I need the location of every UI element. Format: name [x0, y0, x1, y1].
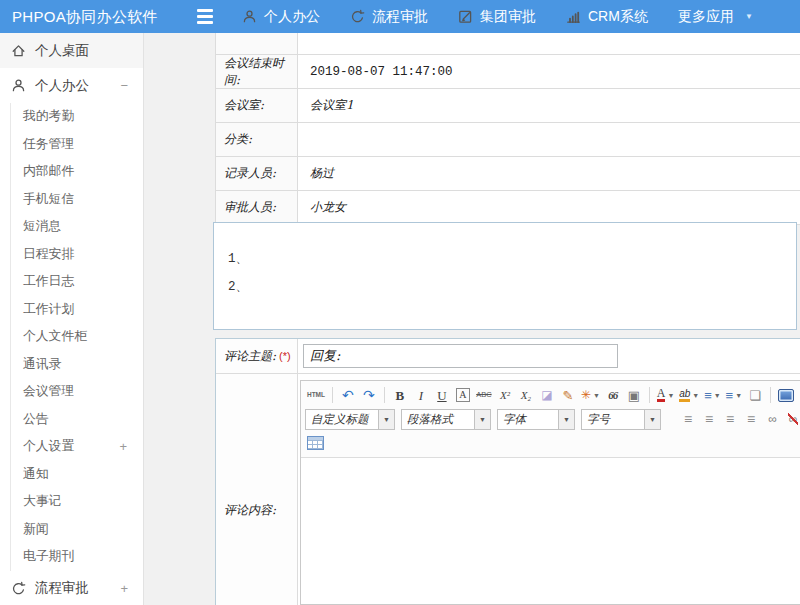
superscript-button[interactable]: X² — [495, 385, 515, 405]
insert-table-button[interactable] — [305, 433, 326, 453]
toggle-collapse-icon[interactable]: − — [120, 78, 128, 93]
toggle-expand-icon[interactable]: + — [119, 439, 127, 454]
sidebar-item-work-log[interactable]: 工作日志 — [11, 268, 143, 296]
nav-workflow-approval[interactable]: 流程审批 — [350, 8, 428, 26]
comment-subject-input[interactable] — [303, 344, 618, 368]
form-value-cell — [298, 33, 800, 54]
sidebar-item-contacts[interactable]: 通讯录 — [11, 351, 143, 379]
sidebar-item-label: 任务管理 — [23, 136, 74, 153]
italic-button[interactable]: I — [411, 385, 431, 405]
font-color-button[interactable]: A▼ — [655, 385, 676, 405]
sidebar-item-my-attendance[interactable]: 我的考勤 — [11, 103, 143, 131]
highlight-color-icon: ab — [679, 388, 690, 402]
justify-button[interactable]: ≡ — [741, 409, 761, 429]
sidebar-item-personal-desktop[interactable]: 个人桌面 — [0, 33, 143, 68]
redo-button[interactable]: ↷ — [359, 385, 379, 405]
font-color-icon: A — [657, 388, 666, 402]
sidebar-item-meeting-management[interactable]: 会议管理 — [11, 378, 143, 406]
paste-text-button[interactable]: ▣ — [624, 385, 644, 405]
notes-line: 2、 — [214, 273, 796, 301]
new-document-icon: ❏ — [749, 389, 761, 402]
sidebar-item-label: 流程审批 — [35, 579, 89, 597]
sidebar-item-major-events[interactable]: 大事记 — [11, 488, 143, 516]
form-value-cell — [298, 123, 800, 156]
chevron-down-icon: ▼ — [714, 392, 721, 399]
remove-link-button[interactable]: ∞ — [783, 409, 800, 429]
editor-content-area[interactable] — [301, 458, 800, 604]
sidebar-item-personal-office[interactable]: 个人办公− — [0, 68, 143, 103]
new-document-button[interactable]: ❏ — [745, 385, 765, 405]
sidebar-item-mobile-sms[interactable]: 手机短信 — [11, 186, 143, 214]
align-left-button[interactable]: ≡ — [678, 409, 698, 429]
paste-text-icon: ▣ — [628, 389, 640, 402]
unordered-list-button[interactable]: ≡▼ — [724, 385, 744, 405]
sidebar-item-news[interactable]: 新闻 — [11, 516, 143, 544]
editor-toolbar: HTML↶↷BIUAABCX²X₂◪✎✳▼66▣A▼ab▼≡▼≡▼❏ 自定义标题… — [301, 381, 800, 458]
sidebar-item-internal-mail[interactable]: 内部邮件 — [11, 158, 143, 186]
form-value-cell: 杨过 — [298, 157, 800, 190]
font-size-select[interactable]: 字号▼ — [581, 409, 661, 430]
sidebar-item-workflow-approval[interactable]: 流程审批+ — [0, 571, 143, 605]
font-box-button[interactable]: A — [453, 385, 473, 405]
nav-group-approval[interactable]: 集团审批 — [458, 8, 536, 26]
insert-link-button[interactable]: ∞ — [762, 409, 782, 429]
toggle-expand-icon[interactable]: + — [120, 581, 128, 596]
sidebar-item-label: 短消息 — [23, 218, 61, 235]
sidebar-item-task-management[interactable]: 任务管理 — [11, 131, 143, 159]
sidebar-item-label: 新闻 — [23, 521, 49, 538]
sidebar-item-label: 日程安排 — [23, 246, 74, 263]
unordered-list-icon: ≡ — [726, 389, 734, 402]
undo-button[interactable]: ↶ — [338, 385, 358, 405]
menu-toggle-button[interactable] — [197, 9, 215, 24]
history-icon — [11, 581, 26, 596]
sidebar: 个人桌面个人办公−我的考勤任务管理内部邮件手机短信短消息日程安排工作日志工作计划… — [0, 33, 144, 605]
view-source-button[interactable]: HTML — [305, 385, 327, 405]
form-row-meeting-room: 会议室:会议室1 — [216, 89, 800, 123]
ordered-list-button[interactable]: ≡▼ — [702, 385, 722, 405]
sidebar-item-e-journal[interactable]: 电子期刊 — [11, 543, 143, 571]
sidebar-item-notice[interactable]: 通知 — [11, 461, 143, 489]
form-label: 会议室: — [224, 97, 264, 114]
nav-more-apps[interactable]: 更多应用▼ — [678, 8, 753, 26]
comment-content-value-cell: HTML↶↷BIUAABCX²X₂◪✎✳▼66▣A▼ab▼≡▼≡▼❏ 自定义标题… — [298, 374, 800, 605]
notes-line: 1、 — [214, 245, 796, 273]
blockquote-button[interactable]: 66 — [603, 385, 623, 405]
rich-text-editor: HTML↶↷BIUAABCX²X₂◪✎✳▼66▣A▼ab▼≡▼≡▼❏ 自定义标题… — [300, 380, 800, 605]
sidebar-item-short-message[interactable]: 短消息 — [11, 213, 143, 241]
paragraph-format-select[interactable]: 段落格式▼ — [401, 409, 491, 430]
quick-format-icon: ✳ — [581, 389, 591, 401]
font-family-select[interactable]: 字体▼ — [497, 409, 575, 430]
highlight-color-button[interactable]: ab▼ — [677, 385, 701, 405]
sidebar-item-schedule[interactable]: 日程安排 — [11, 241, 143, 269]
sidebar-item-label: 个人文件柜 — [23, 328, 87, 345]
align-center-button[interactable]: ≡ — [699, 409, 719, 429]
nav-group-approval-label: 集团审批 — [480, 8, 536, 26]
chevron-down-icon: ▼ — [378, 410, 394, 429]
remove-format-button[interactable]: ◪ — [537, 385, 557, 405]
sidebar-item-personal-files[interactable]: 个人文件柜 — [11, 323, 143, 351]
fullscreen-button[interactable] — [776, 385, 796, 405]
align-right-icon: ≡ — [726, 412, 734, 426]
nav-crm-system[interactable]: CRM系统 — [566, 8, 648, 26]
sidebar-item-label: 个人设置 — [23, 438, 74, 455]
justify-icon: ≡ — [747, 412, 755, 426]
sidebar-item-work-plan[interactable]: 工作计划 — [11, 296, 143, 324]
format-painter-button[interactable]: ✎ — [558, 385, 578, 405]
bold-button[interactable]: B — [390, 385, 410, 405]
sidebar-item-label: 内部邮件 — [23, 163, 74, 180]
edit-icon — [458, 9, 473, 24]
heading-select[interactable]: 自定义标题▼ — [305, 409, 395, 430]
quick-format-button[interactable]: ✳▼ — [579, 385, 602, 405]
sidebar-item-label: 工作计划 — [23, 301, 74, 318]
sidebar-item-personal-settings[interactable]: 个人设置+ — [11, 433, 143, 461]
meeting-form-table: 会议结束时间:2019-08-07 11:47:00会议室:会议室1分类:记录人… — [215, 33, 800, 225]
nav-personal-office[interactable]: 个人办公 — [242, 8, 320, 26]
subscript-button[interactable]: X₂ — [516, 385, 536, 405]
align-right-button[interactable]: ≡ — [720, 409, 740, 429]
strikethrough-button[interactable]: ABC — [474, 385, 494, 405]
underline-button[interactable]: U — [432, 385, 452, 405]
sidebar-item-label: 通知 — [23, 466, 49, 483]
topbar-nav: 个人办公流程审批集团审批CRM系统更多应用▼ — [242, 0, 753, 33]
sidebar-item-announcement[interactable]: 公告 — [11, 406, 143, 434]
form-row-recorder: 记录人员:杨过 — [216, 157, 800, 191]
